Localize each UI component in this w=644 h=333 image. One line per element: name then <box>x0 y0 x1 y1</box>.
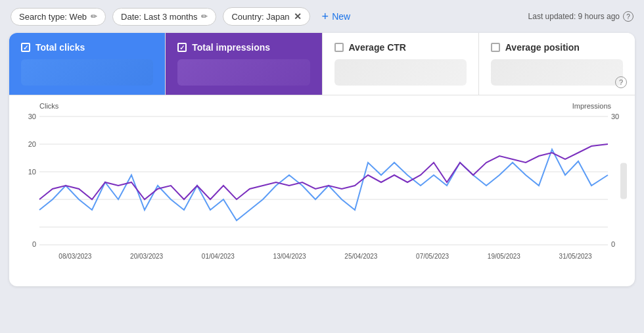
svg-text:10: 10 <box>28 168 36 176</box>
average-ctr-label: Average CTR <box>349 42 406 53</box>
date-range-edit-icon[interactable]: ✏ <box>201 12 208 21</box>
country-filter[interactable]: Country: Japan ✕ <box>223 7 310 26</box>
country-label: Country: Japan <box>231 12 289 22</box>
metrics-row: Total clicks Total impressions Average C… <box>9 33 635 95</box>
average-position-value-bar <box>491 59 623 86</box>
country-close-icon[interactable]: ✕ <box>294 11 302 22</box>
total-clicks-header: Total clicks <box>21 42 153 53</box>
x-axis-labels: 08/03/2023 20/03/2023 01/04/2023 13/04/2… <box>20 253 624 260</box>
search-type-label: Search type: Web <box>19 12 87 22</box>
x-label-3: 13/04/2023 <box>254 253 325 260</box>
scroll-hint[interactable] <box>620 163 627 199</box>
main-card: Total clicks Total impressions Average C… <box>9 33 635 286</box>
y-right-title: Impressions <box>572 102 624 110</box>
total-clicks-tab[interactable]: Total clicks <box>9 33 166 95</box>
average-ctr-header: Average CTR <box>334 42 467 53</box>
new-button-label: New <box>332 11 350 22</box>
search-type-edit-icon[interactable]: ✏ <box>91 12 97 21</box>
plus-icon: + <box>322 10 329 24</box>
total-impressions-label: Total impressions <box>192 42 270 53</box>
average-ctr-tab[interactable]: Average CTR <box>323 33 479 95</box>
chart-wrapper: 30 20 10 0 30 0 <box>20 110 624 251</box>
new-filter-button[interactable]: + New <box>317 7 356 27</box>
svg-text:20: 20 <box>28 140 36 148</box>
total-clicks-label: Total clicks <box>35 42 85 53</box>
top-bar: Search type: Web ✏ Date: Last 3 months ✏… <box>0 0 644 33</box>
svg-text:30: 30 <box>28 113 36 120</box>
date-range-label: Date: Last 3 months <box>121 12 197 22</box>
total-impressions-tab[interactable]: Total impressions <box>166 33 322 95</box>
average-ctr-checkbox[interactable] <box>334 43 344 52</box>
y-left-title: Clicks <box>20 102 58 110</box>
x-label-2: 01/04/2023 <box>183 253 254 260</box>
average-position-help-icon[interactable]: ? <box>615 76 627 88</box>
x-label-7: 31/05/2023 <box>540 253 611 260</box>
average-position-label: Average position <box>505 42 580 53</box>
total-clicks-value-bar <box>21 59 153 86</box>
total-clicks-checkbox[interactable] <box>21 43 30 52</box>
x-label-4: 25/04/2023 <box>325 253 397 260</box>
search-type-filter[interactable]: Search type: Web ✏ <box>11 8 106 26</box>
last-updated-text: Last updated: 9 hours ago <box>528 12 620 21</box>
last-updated: Last updated: 9 hours ago ? <box>528 11 633 22</box>
average-position-tab[interactable]: Average position ? <box>479 33 635 95</box>
average-ctr-value-bar <box>334 59 467 86</box>
x-label-1: 20/03/2023 <box>111 253 183 260</box>
x-label-0: 08/03/2023 <box>39 253 111 260</box>
last-updated-help-icon[interactable]: ? <box>623 11 633 22</box>
total-impressions-checkbox[interactable] <box>177 43 187 52</box>
x-label-6: 19/05/2023 <box>469 253 540 260</box>
average-position-header: Average position <box>491 42 623 53</box>
date-range-filter[interactable]: Date: Last 3 months ✏ <box>112 8 216 26</box>
total-impressions-value-bar <box>177 59 310 86</box>
x-label-5: 07/05/2023 <box>397 253 469 260</box>
chart-svg: 30 20 10 0 30 0 <box>20 110 624 251</box>
svg-text:0: 0 <box>32 240 36 248</box>
chart-area: Clicks Impressions 30 20 10 0 30 0 <box>9 95 635 286</box>
average-position-checkbox[interactable] <box>491 43 500 52</box>
svg-text:30: 30 <box>611 113 619 120</box>
total-impressions-header: Total impressions <box>177 42 310 53</box>
svg-text:0: 0 <box>611 240 615 248</box>
